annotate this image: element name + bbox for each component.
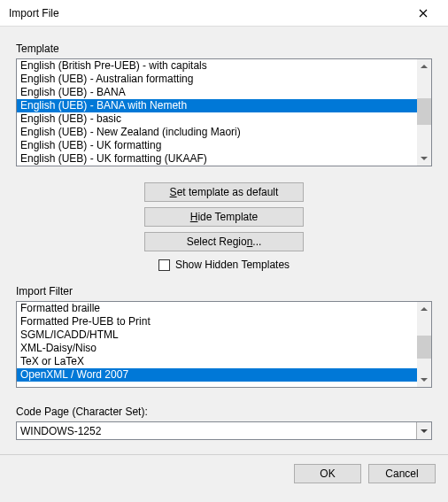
chevron-down-icon	[421, 376, 428, 383]
import-filter-listbox[interactable]: Formatted brailleFormatted Pre-UEB to Pr…	[16, 301, 432, 388]
dialog-footer: OK Cancel	[0, 454, 448, 492]
scroll-track[interactable]	[417, 316, 431, 373]
scroll-thumb[interactable]	[417, 336, 431, 359]
code-page-value: WINDOWS-1252	[17, 425, 416, 437]
set-template-default-button[interactable]: Set template as default	[144, 182, 304, 202]
template-list-item[interactable]: English (UEB) - UK formatting	[17, 139, 417, 152]
cancel-button[interactable]: Cancel	[368, 464, 436, 483]
close-icon	[419, 9, 428, 18]
chevron-down-icon	[421, 428, 428, 435]
template-list-item[interactable]: English (UEB) - basic	[17, 112, 417, 126]
close-button[interactable]	[406, 1, 441, 26]
select-region-button[interactable]: Select Region...	[144, 232, 304, 251]
chevron-down-icon	[421, 155, 428, 162]
hide-template-button[interactable]: Hide Template	[144, 207, 304, 227]
chevron-up-icon	[421, 63, 428, 70]
template-label: Template	[16, 42, 432, 55]
template-list-item[interactable]: English (UEB) - BANA	[17, 86, 417, 99]
scroll-down-button[interactable]	[417, 373, 431, 387]
show-hidden-checkbox[interactable]	[158, 259, 170, 271]
import-filter-label: Import Filter	[16, 285, 432, 297]
filter-list-item[interactable]: Formatted braille	[17, 302, 417, 315]
filter-list-item[interactable]: TeX or LaTeX	[17, 355, 417, 368]
dialog-content: Template English (British Pre-UEB) - wit…	[0, 27, 448, 492]
ok-button[interactable]: OK	[294, 464, 361, 483]
scroll-up-button[interactable]	[417, 302, 431, 316]
template-list-item[interactable]: English (British Pre-UEB) - with capital…	[17, 59, 417, 73]
filter-list-item[interactable]: Formatted Pre-UEB to Print	[17, 315, 417, 328]
title-bar: Import File	[0, 0, 448, 27]
window-title: Import File	[9, 7, 59, 19]
filter-list-item[interactable]: XML-Daisy/Niso	[17, 342, 417, 355]
scroll-thumb[interactable]	[417, 98, 431, 125]
scroll-up-button[interactable]	[417, 59, 431, 73]
template-list-item[interactable]: English (UEB) - BANA with Nemeth	[17, 99, 417, 112]
template-list-item[interactable]: English (UEB) - UK formatting (UKAAF)	[17, 152, 417, 166]
template-list-item[interactable]: English (UEB) - Australian formatting	[17, 73, 417, 86]
filter-list-item[interactable]: SGML/ICADD/HTML	[17, 328, 417, 342]
scroll-track[interactable]	[417, 73, 431, 151]
code-page-label: Code Page (Character Set):	[16, 405, 432, 418]
filter-list-item[interactable]: OpenXML / Word 2007	[17, 368, 417, 382]
dropdown-button[interactable]	[416, 422, 431, 439]
code-page-dropdown[interactable]: WINDOWS-1252	[16, 421, 432, 440]
chevron-up-icon	[421, 305, 428, 313]
filter-scrollbar[interactable]	[417, 302, 431, 387]
template-scrollbar[interactable]	[417, 59, 431, 166]
scroll-down-button[interactable]	[417, 151, 431, 166]
show-hidden-label: Show Hidden Templates	[175, 259, 290, 271]
template-listbox[interactable]: English (British Pre-UEB) - with capital…	[16, 58, 432, 166]
template-list-item[interactable]: English (UEB) - New Zealand (including M…	[17, 126, 417, 139]
